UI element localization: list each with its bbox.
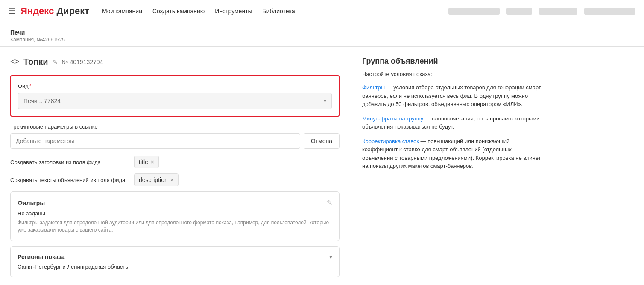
- title-field-row: Создавать заголовки из поля фида title ×: [10, 156, 340, 168]
- cancel-button[interactable]: Отмена: [304, 133, 340, 149]
- logo: Яндекс Директ: [20, 6, 89, 17]
- title-field-clear-icon[interactable]: ×: [151, 159, 154, 165]
- group-name: Топки: [23, 57, 48, 67]
- header: ☰ Яндекс Директ Мои кампании Создать кам…: [0, 0, 644, 22]
- filters-title: Фильтры: [18, 200, 45, 206]
- group-id: № 4019132794: [62, 59, 103, 65]
- right-panel-link-minus[interactable]: Минус-фразы на группу: [362, 115, 423, 122]
- filters-edit-icon[interactable]: ✎: [327, 199, 332, 207]
- header-user-placeholder-2: [506, 8, 532, 15]
- header-user-placeholder-3: [539, 8, 577, 15]
- regions-value: Санкт-Петербург и Ленинградская область: [18, 264, 332, 270]
- tracking-input[interactable]: [10, 133, 300, 149]
- description-field-tag: description ×: [134, 173, 179, 186]
- group-title-row: <> Топки ✎ № 4019132794: [10, 57, 340, 67]
- breadcrumb-subtitle: Кампания, №42661525: [10, 37, 634, 43]
- right-panel-link-bids[interactable]: Корректировка ставок: [362, 138, 419, 144]
- main-nav: Мои кампании Создать кампанию Инструмент…: [102, 6, 448, 16]
- feed-section: Фид* Печи :: 77824 ▾: [10, 75, 340, 117]
- logo-direct: Директ: [54, 6, 89, 17]
- edit-group-name-icon[interactable]: ✎: [53, 59, 58, 65]
- header-right: [448, 8, 635, 15]
- right-panel-intro: Настройте условия показа:: [362, 71, 543, 77]
- nav-my-campaigns[interactable]: Мои кампании: [102, 6, 142, 16]
- logo-yandex: Яндекс: [20, 6, 54, 17]
- right-panel-item-filters: Фильтры — условия отбора отдельных товар…: [362, 83, 543, 109]
- description-field-clear-icon[interactable]: ×: [170, 176, 174, 183]
- filters-box: Фильтры ✎ Не заданы Фильтры задаются для…: [10, 191, 340, 241]
- left-panel: <> Топки ✎ № 4019132794 Фид* Печи :: 778…: [0, 47, 350, 285]
- right-panel-item-bids: Корректировка ставок — повышающий или по…: [362, 137, 543, 170]
- feed-select[interactable]: Печи :: 77824 ▾: [18, 93, 332, 109]
- tracking-input-row: Отмена: [10, 133, 340, 149]
- breadcrumb-title: Печи: [10, 29, 634, 36]
- breadcrumb: Печи Кампания, №42661525: [0, 22, 644, 47]
- nav-library[interactable]: Библиотека: [263, 6, 295, 16]
- regions-title: Регионы показа: [18, 253, 65, 260]
- title-field-tag: title ×: [134, 156, 159, 168]
- feed-label: Фид*: [18, 83, 332, 89]
- right-panel-text-filters: — условия отбора отдельных товаров для г…: [362, 84, 543, 107]
- nav-tools[interactable]: Инструменты: [215, 6, 252, 16]
- header-user-placeholder-4: [584, 8, 635, 15]
- nav-create-campaign[interactable]: Создать кампанию: [152, 6, 205, 16]
- chevron-down-icon: ▾: [324, 98, 326, 104]
- feed-select-value: Печи :: 77824: [23, 97, 61, 104]
- code-icon: <>: [10, 57, 19, 66]
- filters-header: Фильтры ✎: [18, 199, 332, 207]
- regions-header: Регионы показа ▾: [18, 253, 332, 260]
- right-panel-item-minus: Минус-фразы на группу — словосочетания, …: [362, 115, 543, 131]
- right-panel-link-filters[interactable]: Фильтры: [362, 84, 385, 91]
- title-field-label: Создавать заголовки из поля фида: [10, 159, 134, 165]
- regions-chevron-icon[interactable]: ▾: [329, 253, 332, 260]
- header-user-placeholder-1: [448, 8, 500, 15]
- description-field-label: Создавать тексты объявлений из поля фида: [10, 177, 134, 183]
- menu-icon[interactable]: ☰: [9, 6, 15, 16]
- description-field-row: Создавать тексты объявлений из поля фида…: [10, 173, 340, 186]
- feed-required-marker: *: [29, 83, 32, 89]
- right-panel-title: Группа объявлений: [362, 57, 543, 66]
- right-panel: Группа объявлений Настройте условия пока…: [350, 47, 555, 285]
- tracking-label: Трекинговые параметры в ссылке: [10, 123, 340, 130]
- title-field-value: title: [139, 159, 148, 165]
- main-content: <> Топки ✎ № 4019132794 Фид* Печи :: 778…: [0, 47, 644, 285]
- filters-status: Не заданы: [18, 210, 332, 217]
- regions-box: Регионы показа ▾ Санкт-Петербург и Ленин…: [10, 246, 340, 277]
- filters-description: Фильтры задаются для определенной аудито…: [18, 219, 332, 234]
- tracking-section: Трекинговые параметры в ссылке Отмена: [10, 123, 340, 149]
- description-field-value: description: [139, 176, 168, 183]
